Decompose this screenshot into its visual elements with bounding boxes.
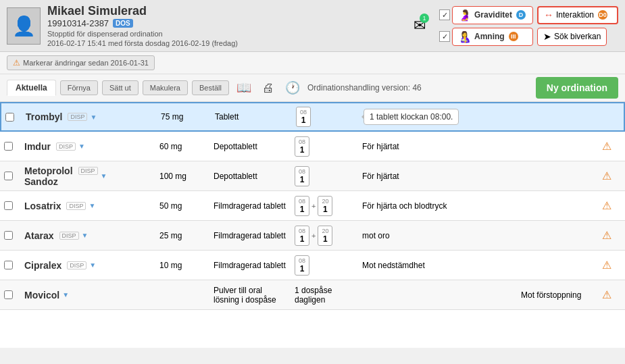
sok-icon: ➤	[543, 31, 551, 42]
med-name: Cipralex	[24, 260, 61, 271]
dose-box: 08 1	[295, 255, 309, 276]
med-name: Movicol	[24, 290, 59, 301]
interaktion-arrow-icon: ↔	[544, 9, 553, 20]
clock-icon[interactable]: 🕐	[282, 79, 303, 97]
patient-id-row: 19910314-2387 DOS	[47, 18, 407, 28]
note-text: Mot förstoppning	[521, 290, 581, 300]
interaktion-button[interactable]: ↔ Interaktion D0	[537, 6, 618, 24]
disp-badge: DISP	[78, 167, 98, 175]
satt-ut-button[interactable]: Sätt ut	[102, 80, 139, 95]
medication-table: Trombyl DISP ▼ 75 mg Tablett 08 1 1 tabl…	[0, 102, 625, 348]
amning-button[interactable]: 🤱 Amning III	[452, 28, 533, 46]
graviditet-button[interactable]: 🤰 Graviditet D	[452, 6, 533, 24]
chevron-down-icon[interactable]: ▼	[89, 261, 96, 269]
warn-cell	[597, 114, 624, 120]
amning-checkbox[interactable]	[439, 31, 450, 42]
bestall-button[interactable]: Beställ	[192, 80, 229, 95]
bottom-buttons: 🤱 Amning III ➤ Sök biverkan	[439, 28, 618, 46]
graviditet-checkbox[interactable]	[439, 9, 450, 20]
note-callout: 1 tablett klockan 08:00.	[364, 109, 459, 125]
book-icon[interactable]: 📖	[233, 79, 255, 97]
row-checkbox[interactable]	[4, 290, 13, 299]
print-icon[interactable]: 🖨	[259, 80, 278, 97]
dose-box-2: 20 1	[318, 196, 332, 216]
patient-info: Mikael Simulerad 19910314-2387 DOS Stopp…	[47, 4, 407, 47]
dose-amount: 60 mg	[159, 142, 182, 151]
row-checkbox[interactable]	[4, 231, 13, 240]
med-name: Imdur	[24, 141, 51, 152]
dose-amount: 100 mg	[159, 172, 186, 181]
action-bar: Aktuella Förnya Sätt ut Makulera Beställ…	[0, 74, 625, 102]
note-text: mot oro	[362, 231, 390, 240]
sok-biverkan-button[interactable]: ➤ Sök biverkan	[537, 28, 607, 46]
table-row[interactable]: MetoprololSandoz DISP ▼ 100 mg Depottabl…	[0, 161, 625, 191]
dose-box: 08 1	[295, 166, 309, 186]
table-row[interactable]: Imdur DISP ▼ 60 mg Depottablett 08 1 För…	[0, 132, 625, 161]
note-cell: 1 tablett klockan 08:00.	[359, 106, 516, 128]
table-row[interactable]: Cipralex DISP ▼ 10 mg Filmdragerad table…	[0, 251, 625, 280]
chevron-down-icon[interactable]: ▼	[78, 142, 85, 150]
warning-icon[interactable]: ⚠	[602, 229, 611, 242]
row-checkbox[interactable]	[4, 261, 13, 269]
patient-header: 👤 Mikael Simulerad 19910314-2387 DOS Sto…	[0, 0, 625, 52]
disp-badge: DISP	[67, 261, 86, 269]
row-checkbox[interactable]	[5, 113, 14, 122]
dose-box: 08 1	[295, 196, 309, 216]
form-cell: Tablett	[211, 109, 292, 124]
version-text: Ordinationshandling version: 46	[307, 83, 532, 93]
interaktion-badge: D0	[598, 10, 607, 20]
dose-amount: 25 mg	[159, 231, 182, 240]
schedule-text: 1 dospåse dagligen	[295, 286, 354, 305]
dose-box: 08 1	[295, 226, 309, 246]
row-checkbox[interactable]	[4, 172, 13, 180]
patient-id: 19910314-2387	[47, 18, 109, 28]
email-button[interactable]: ✉ 1	[414, 17, 426, 34]
warning-icon[interactable]: ⚠	[602, 259, 611, 271]
disp-badge: DISP	[66, 202, 86, 210]
interaktion-label: Interaktion	[556, 10, 594, 20]
med-name-cell: Trombyl DISP ▼	[22, 109, 157, 125]
header-right-panel: 🤰 Graviditet D ↔ Interaktion D0 🤱 Amning…	[439, 6, 618, 46]
dose-value: 1	[301, 115, 306, 125]
ny-ordination-button[interactable]: Ny ordination	[536, 77, 618, 99]
note-text: För hjärtat	[362, 172, 399, 181]
patient-avatar: 👤	[7, 7, 41, 45]
med-form: Depottablett	[214, 142, 257, 151]
dose-amount: 75 mg	[161, 112, 183, 122]
fornya-button[interactable]: Förnya	[60, 80, 98, 95]
med-form: Filmdragerad tablett	[214, 231, 286, 240]
mark-changes-button[interactable]: ⚠ Markerar ändringar sedan 2016-01-31	[7, 55, 155, 70]
table-row[interactable]: Trombyl DISP ▼ 75 mg Tablett 08 1 1 tabl…	[0, 102, 625, 132]
row-checkbox[interactable]	[4, 201, 13, 210]
table-row[interactable]: Atarax DISP ▼ 25 mg Filmdragerad tablett…	[0, 221, 625, 251]
amning-check-group: 🤱 Amning III	[439, 28, 533, 46]
med-form: Filmdragerad tablett	[214, 261, 286, 270]
extra-cell	[516, 114, 597, 120]
chevron-down-icon[interactable]: ▼	[82, 232, 89, 239]
disp-badge: DISP	[68, 113, 87, 121]
row-checkbox-cell[interactable]	[1, 110, 22, 124]
mark-icon: ⚠	[13, 58, 20, 68]
disp-badge: DISP	[59, 232, 79, 240]
table-row[interactable]: Movicol ▼ Pulver till oral lösning i dos…	[0, 280, 625, 310]
email-count-badge: 1	[420, 14, 429, 23]
patient-name: Mikael Simulerad	[47, 4, 407, 18]
med-name: MetoprololSandoz	[24, 165, 73, 187]
table-row[interactable]: Losatrix DISP ▼ 50 mg Filmdragerad table…	[0, 191, 625, 221]
warning-icon[interactable]: ⚠	[602, 170, 611, 182]
tab-aktuella[interactable]: Aktuella	[7, 80, 56, 96]
chevron-down-icon[interactable]: ▼	[101, 172, 107, 180]
schedule-cell: 08 1	[292, 104, 359, 130]
warning-icon[interactable]: ⚠	[602, 140, 611, 153]
mark-label: Markerar ändringar sedan 2016-01-31	[23, 59, 149, 67]
chevron-down-icon[interactable]: ▼	[90, 113, 97, 121]
warning-icon[interactable]: ⚠	[602, 288, 611, 301]
makulera-button[interactable]: Makulera	[143, 80, 188, 95]
row-checkbox[interactable]	[4, 142, 13, 151]
graviditet-icon: 🤰	[458, 9, 472, 22]
chevron-down-icon[interactable]: ▼	[62, 291, 69, 298]
amning-label: Amning	[474, 32, 505, 41]
chevron-down-icon[interactable]: ▼	[89, 202, 95, 209]
warning-icon[interactable]: ⚠	[602, 199, 611, 212]
dose-box: 08 1	[295, 136, 309, 157]
